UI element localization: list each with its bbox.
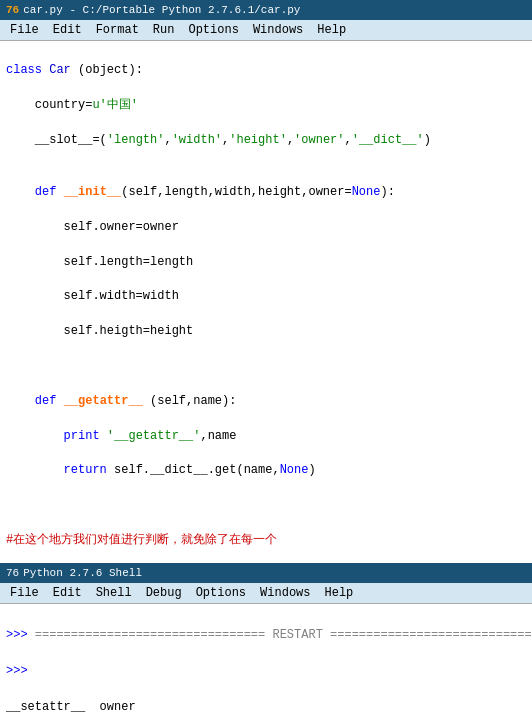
editor-menu-bar: File Edit Format Run Options Windows Hel… <box>0 20 532 41</box>
editor-title-bar: 76 car.py - C:/Portable Python 2.7.6.1/c… <box>0 0 532 20</box>
shell-menu-shell[interactable]: Shell <box>90 584 138 602</box>
editor-menu-format[interactable]: Format <box>90 21 145 39</box>
shell-menu-windows[interactable]: Windows <box>254 584 316 602</box>
editor-menu-help[interactable]: Help <box>311 21 352 39</box>
editor-content: class Car (object): country=u'中国' __slot… <box>6 62 526 563</box>
shell-menu-file[interactable]: File <box>4 584 45 602</box>
editor-menu-file[interactable]: File <box>4 21 45 39</box>
editor-menu-windows[interactable]: Windows <box>247 21 309 39</box>
shell-area[interactable]: >>> ================================ RES… <box>0 604 532 723</box>
editor-menu-run[interactable]: Run <box>147 21 181 39</box>
shell-title: Python 2.7.6 Shell <box>23 567 142 579</box>
editor-menu-edit[interactable]: Edit <box>47 21 88 39</box>
shell-menu-debug[interactable]: Debug <box>140 584 188 602</box>
shell-menu-edit[interactable]: Edit <box>47 584 88 602</box>
shell-menu-options[interactable]: Options <box>190 584 252 602</box>
editor-menu-options[interactable]: Options <box>182 21 244 39</box>
editor-icon: 76 <box>6 4 19 16</box>
shell-icon: 76 <box>6 567 19 579</box>
editor-area[interactable]: class Car (object): country=u'中国' __slot… <box>0 41 532 563</box>
shell-title-bar: 76 Python 2.7.6 Shell <box>0 563 532 583</box>
shell-menu-help[interactable]: Help <box>319 584 360 602</box>
shell-menu-bar: File Edit Shell Debug Options Windows He… <box>0 583 532 604</box>
editor-title: car.py - C:/Portable Python 2.7.6.1/car.… <box>23 4 300 16</box>
shell-container: 76 Python 2.7.6 Shell File Edit Shell De… <box>0 563 532 723</box>
